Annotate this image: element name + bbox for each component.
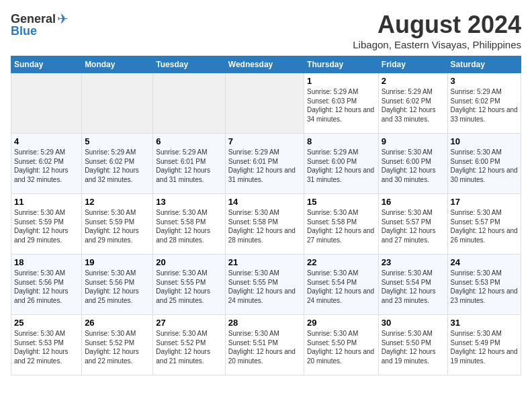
header-day: Monday	[82, 56, 153, 73]
day-number: 10	[451, 136, 518, 146]
calendar-cell: 26Sunrise: 5:30 AMSunset: 5:52 PMDayligh…	[82, 315, 153, 375]
day-number: 14	[228, 197, 301, 207]
day-number: 27	[156, 318, 222, 328]
calendar-subtitle: Libagon, Eastern Visayas, Philippines	[353, 39, 521, 50]
calendar-cell	[225, 73, 304, 134]
header-day: Sunday	[11, 56, 82, 73]
header-day: Saturday	[447, 56, 521, 73]
calendar-cell: 3Sunrise: 5:29 AMSunset: 6:02 PMDaylight…	[447, 73, 521, 134]
calendar-cell: 16Sunrise: 5:30 AMSunset: 5:57 PMDayligh…	[378, 194, 447, 255]
calendar-cell: 20Sunrise: 5:30 AMSunset: 5:55 PMDayligh…	[153, 255, 225, 315]
calendar-week: 25Sunrise: 5:30 AMSunset: 5:53 PMDayligh…	[11, 315, 521, 375]
day-number: 23	[382, 257, 445, 267]
header-row: SundayMondayTuesdayWednesdayThursdayFrid…	[11, 56, 521, 73]
day-details: Sunrise: 5:29 AMSunset: 6:02 PMDaylight:…	[382, 87, 445, 124]
day-number: 26	[85, 318, 150, 328]
calendar-cell: 6Sunrise: 5:29 AMSunset: 6:01 PMDaylight…	[153, 134, 225, 194]
calendar-cell: 30Sunrise: 5:30 AMSunset: 5:50 PMDayligh…	[378, 315, 447, 375]
calendar-cell: 29Sunrise: 5:30 AMSunset: 5:50 PMDayligh…	[304, 315, 379, 375]
day-details: Sunrise: 5:29 AMSunset: 6:00 PMDaylight:…	[307, 148, 375, 184]
calendar-week: 4Sunrise: 5:29 AMSunset: 6:02 PMDaylight…	[11, 134, 521, 194]
header-day: Friday	[378, 56, 447, 73]
day-details: Sunrise: 5:30 AMSunset: 5:52 PMDaylight:…	[156, 329, 222, 365]
day-details: Sunrise: 5:30 AMSunset: 5:50 PMDaylight:…	[307, 329, 375, 365]
day-number: 11	[14, 197, 79, 207]
calendar-cell: 31Sunrise: 5:30 AMSunset: 5:49 PMDayligh…	[447, 315, 521, 375]
day-details: Sunrise: 5:30 AMSunset: 5:55 PMDaylight:…	[156, 269, 222, 305]
calendar-cell: 4Sunrise: 5:29 AMSunset: 6:02 PMDaylight…	[11, 134, 82, 194]
day-number: 31	[451, 318, 518, 328]
day-details: Sunrise: 5:30 AMSunset: 5:49 PMDaylight:…	[451, 329, 518, 365]
day-number: 16	[382, 197, 445, 207]
day-details: Sunrise: 5:30 AMSunset: 5:55 PMDaylight:…	[228, 269, 301, 305]
day-number: 18	[14, 257, 79, 267]
calendar-week: 1Sunrise: 5:29 AMSunset: 6:03 PMDaylight…	[11, 73, 521, 134]
day-number: 7	[228, 136, 301, 146]
calendar-cell: 28Sunrise: 5:30 AMSunset: 5:51 PMDayligh…	[225, 315, 304, 375]
day-details: Sunrise: 5:30 AMSunset: 5:52 PMDaylight:…	[85, 329, 150, 365]
calendar-cell: 5Sunrise: 5:29 AMSunset: 6:02 PMDaylight…	[82, 134, 153, 194]
calendar-cell: 21Sunrise: 5:30 AMSunset: 5:55 PMDayligh…	[225, 255, 304, 315]
header: General ✈ Blue August 2024 Libagon, East…	[11, 11, 521, 50]
calendar-cell	[11, 73, 82, 134]
day-details: Sunrise: 5:29 AMSunset: 6:03 PMDaylight:…	[307, 87, 375, 124]
header-day: Wednesday	[225, 56, 304, 73]
day-details: Sunrise: 5:29 AMSunset: 6:01 PMDaylight:…	[228, 148, 301, 184]
calendar-cell: 7Sunrise: 5:29 AMSunset: 6:01 PMDaylight…	[225, 134, 304, 194]
day-details: Sunrise: 5:30 AMSunset: 5:56 PMDaylight:…	[14, 269, 79, 305]
calendar-cell: 23Sunrise: 5:30 AMSunset: 5:54 PMDayligh…	[378, 255, 447, 315]
logo-blue: Blue	[11, 24, 37, 38]
calendar-cell: 22Sunrise: 5:30 AMSunset: 5:54 PMDayligh…	[304, 255, 379, 315]
calendar-week: 11Sunrise: 5:30 AMSunset: 5:59 PMDayligh…	[11, 194, 521, 255]
day-details: Sunrise: 5:30 AMSunset: 5:51 PMDaylight:…	[228, 329, 301, 365]
calendar-cell: 8Sunrise: 5:29 AMSunset: 6:00 PMDaylight…	[304, 134, 379, 194]
day-details: Sunrise: 5:30 AMSunset: 5:57 PMDaylight:…	[451, 208, 518, 244]
calendar-cell: 14Sunrise: 5:30 AMSunset: 5:58 PMDayligh…	[225, 194, 304, 255]
calendar-cell: 15Sunrise: 5:30 AMSunset: 5:58 PMDayligh…	[304, 194, 379, 255]
day-details: Sunrise: 5:29 AMSunset: 6:01 PMDaylight:…	[156, 148, 222, 184]
day-details: Sunrise: 5:30 AMSunset: 5:59 PMDaylight:…	[85, 208, 150, 244]
calendar-cell: 11Sunrise: 5:30 AMSunset: 5:59 PMDayligh…	[11, 194, 82, 255]
calendar-table: SundayMondayTuesdayWednesdayThursdayFrid…	[11, 56, 521, 375]
day-details: Sunrise: 5:30 AMSunset: 5:53 PMDaylight:…	[451, 269, 518, 305]
calendar-cell: 1Sunrise: 5:29 AMSunset: 6:03 PMDaylight…	[304, 73, 379, 134]
calendar-cell: 25Sunrise: 5:30 AMSunset: 5:53 PMDayligh…	[11, 315, 82, 375]
calendar-cell: 19Sunrise: 5:30 AMSunset: 5:56 PMDayligh…	[82, 255, 153, 315]
day-number: 9	[382, 136, 445, 146]
day-number: 15	[307, 197, 375, 207]
logo: General ✈ Blue	[11, 11, 69, 38]
day-number: 3	[451, 76, 518, 86]
day-details: Sunrise: 5:30 AMSunset: 5:53 PMDaylight:…	[14, 329, 79, 365]
day-number: 24	[451, 257, 518, 267]
calendar-cell	[82, 73, 153, 134]
day-number: 19	[85, 257, 150, 267]
day-details: Sunrise: 5:30 AMSunset: 5:58 PMDaylight:…	[228, 208, 301, 244]
day-number: 12	[85, 197, 150, 207]
day-number: 8	[307, 136, 375, 146]
day-number: 2	[382, 76, 445, 86]
calendar-cell: 10Sunrise: 5:30 AMSunset: 6:00 PMDayligh…	[447, 134, 521, 194]
day-number: 29	[307, 318, 375, 328]
day-details: Sunrise: 5:30 AMSunset: 5:56 PMDaylight:…	[85, 269, 150, 305]
day-details: Sunrise: 5:30 AMSunset: 6:00 PMDaylight:…	[451, 148, 518, 184]
day-number: 13	[156, 197, 222, 207]
day-number: 17	[451, 197, 518, 207]
calendar-week: 18Sunrise: 5:30 AMSunset: 5:56 PMDayligh…	[11, 255, 521, 315]
calendar-cell	[153, 73, 225, 134]
day-number: 22	[307, 257, 375, 267]
day-number: 4	[14, 136, 79, 146]
day-details: Sunrise: 5:30 AMSunset: 5:54 PMDaylight:…	[382, 269, 445, 305]
calendar-cell: 12Sunrise: 5:30 AMSunset: 5:59 PMDayligh…	[82, 194, 153, 255]
header-day: Tuesday	[153, 56, 225, 73]
day-number: 1	[307, 76, 375, 86]
header-day: Thursday	[304, 56, 379, 73]
day-details: Sunrise: 5:30 AMSunset: 5:54 PMDaylight:…	[307, 269, 375, 305]
day-number: 21	[228, 257, 301, 267]
calendar-cell: 24Sunrise: 5:30 AMSunset: 5:53 PMDayligh…	[447, 255, 521, 315]
logo-bird-icon: ✈	[57, 11, 69, 27]
calendar-cell: 9Sunrise: 5:30 AMSunset: 6:00 PMDaylight…	[378, 134, 447, 194]
calendar-cell: 2Sunrise: 5:29 AMSunset: 6:02 PMDaylight…	[378, 73, 447, 134]
day-number: 28	[228, 318, 301, 328]
day-details: Sunrise: 5:29 AMSunset: 6:02 PMDaylight:…	[14, 148, 79, 184]
day-number: 5	[85, 136, 150, 146]
